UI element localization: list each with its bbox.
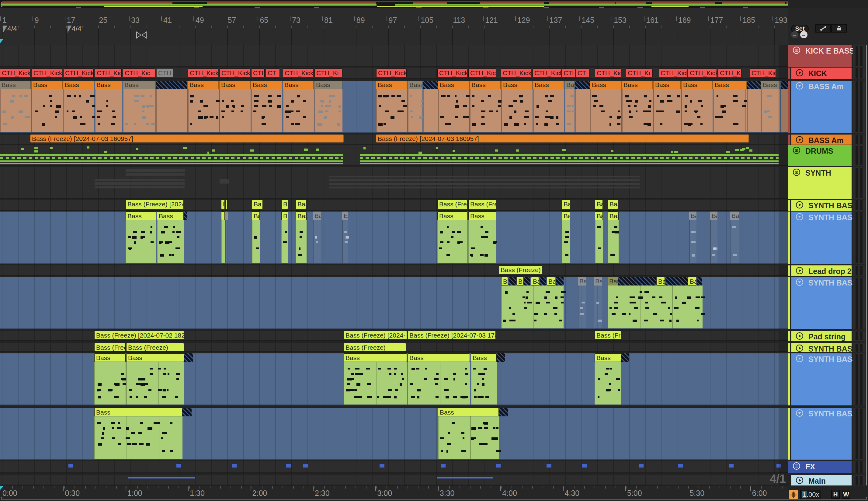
track-row-synth-bass-3-frozen[interactable]: BassBass — [0, 408, 788, 460]
group-icon[interactable] — [793, 46, 801, 54]
play-icon[interactable] — [795, 344, 803, 352]
clip-cth-kick[interactable]: CTH_Kick — [659, 68, 687, 77]
fx-clip[interactable] — [582, 464, 587, 468]
clip-bass-fre[interactable]: Bass (Fre — [595, 331, 621, 339]
clip-hatch[interactable] — [618, 277, 656, 286]
track-row-synth-bass-frozen[interactable]: BassBassBaBaBasBaEBassBassBaBaBasBaBaBas — [0, 212, 788, 264]
clip-hatch[interactable] — [423, 81, 438, 89]
clip-ba[interactable]: Ba — [531, 277, 539, 286]
clip-bass[interactable]: Bass — [0, 81, 31, 89]
clip-bass[interactable]: Bass — [63, 81, 94, 89]
fx-clip[interactable] — [639, 464, 644, 468]
clip-hatch[interactable] — [697, 277, 702, 286]
play-icon[interactable] — [795, 267, 803, 275]
clip-bass-freeze-2024[interactable]: Bass (Freeze) [2024 — [125, 200, 184, 209]
clip-bass[interactable]: Bass — [94, 353, 125, 362]
clip-bass[interactable]: Bass — [408, 81, 422, 89]
clip-bass[interactable]: Bass — [438, 408, 499, 416]
lock-button[interactable] — [831, 24, 847, 33]
horizontal-zoom-bar[interactable] — [1, 497, 867, 500]
clip-hatch[interactable] — [183, 408, 191, 416]
unfold-icon[interactable] — [795, 213, 803, 221]
clip-cth-kic[interactable]: CTH_Kic — [595, 68, 621, 77]
unfold-icon[interactable] — [795, 278, 803, 286]
clip-cth-kick[interactable]: CTH_Kick — [437, 68, 467, 77]
clip-bass[interactable]: Bass — [123, 81, 156, 89]
draw-mode-button[interactable] — [815, 24, 831, 33]
clip-lime[interactable] — [221, 212, 225, 220]
clip-ba[interactable]: Ba — [562, 212, 570, 220]
clip-ba[interactable]: Ba — [710, 212, 717, 220]
clip-hatch[interactable] — [556, 277, 563, 286]
clip-hatch[interactable] — [747, 81, 761, 89]
clip-ba[interactable]: Ba — [594, 277, 602, 286]
clip-cth-kic[interactable]: CTH_Kic — [123, 68, 155, 77]
clip-cth-kick[interactable]: CTH_Kick — [32, 68, 62, 77]
play-icon[interactable] — [795, 332, 803, 340]
fx-clip[interactable] — [678, 464, 683, 468]
clip-e[interactable]: E — [342, 212, 348, 220]
track-header-synth-bass[interactable]: SYNTH BASS — [791, 277, 851, 329]
track-header-main[interactable]: Main — [791, 475, 851, 486]
clip-bass-freeze[interactable]: Bass (Freeze) — [126, 343, 184, 351]
clip-bass-freeze-2024-07-03-160957[interactable]: Bass (Freeze) [2024-07-03 160957] — [30, 135, 344, 142]
track-header-synth-bass[interactable]: SYNTH BASS — [791, 212, 851, 264]
clip-bass[interactable]: Bass — [502, 81, 532, 89]
clip-b[interactable]: B — [221, 200, 225, 209]
clip-bas[interactable]: Bas — [296, 200, 306, 209]
clip-bass-fre[interactable]: Bass (Fre — [468, 200, 496, 209]
unfold-icon[interactable] — [795, 82, 803, 90]
fx-clip[interactable] — [286, 464, 291, 468]
clip-hatch[interactable] — [184, 212, 187, 220]
fx-clip[interactable] — [68, 464, 73, 468]
track-header-pad-string[interactable]: Pad string — [791, 331, 851, 341]
group-icon[interactable] — [793, 462, 801, 470]
clip-hatch[interactable] — [666, 277, 688, 286]
clip-bass[interactable]: Bass — [438, 81, 469, 89]
clip-ba[interactable]: Ba — [252, 200, 263, 209]
track-row-lead-drop-2-frozen[interactable]: BaBaBaBaBaBaBasBaBa — [0, 277, 788, 329]
clip-hatch[interactable] — [621, 353, 629, 362]
clip-bass[interactable]: Bass — [437, 212, 468, 220]
track-row-synth-bass-clips[interactable]: Bass (Freeze) [2024BBaBaBasBass (FreeBas… — [0, 200, 788, 211]
clip-ba[interactable]: Ba — [516, 277, 524, 286]
fx-clip[interactable] — [441, 464, 446, 468]
clip-bas[interactable]: Bas — [608, 212, 619, 220]
main-automation-segment[interactable] — [128, 477, 195, 479]
play-icon[interactable] — [795, 69, 803, 77]
clip-cth-kick[interactable]: CTH_Kick — [283, 68, 313, 77]
clip-bass[interactable]: Bass — [125, 212, 156, 220]
clip-bass[interactable]: Bass — [376, 81, 407, 89]
clip-bass[interactable]: Bass — [713, 81, 747, 89]
fx-clip[interactable] — [232, 464, 237, 468]
track-row-bass-am-freeze[interactable]: Bass (Freeze) [2024-07-03 160957]Bass (F… — [0, 135, 788, 145]
clip-bass[interactable]: Bass — [590, 81, 621, 89]
clip-cth-kick[interactable]: CTH_Kick — [376, 68, 407, 77]
clip-hatch[interactable] — [156, 81, 187, 89]
clip-ba[interactable]: Ba — [501, 277, 508, 286]
track-header-synth-bass[interactable]: SYNTH BASS — [791, 353, 851, 405]
clip-ba[interactable]: Ba — [656, 277, 665, 286]
clip-grey[interactable] — [226, 212, 228, 220]
clip-bass[interactable]: Bass — [315, 81, 342, 89]
clip-ba[interactable]: Ba — [595, 200, 603, 209]
arrangement-area[interactable]: CTH_KickCTH_KickCTH_KickCTH_KicCTH_KicCT… — [0, 0, 788, 501]
clip-cth-ki[interactable]: CTH_Ki — [315, 68, 342, 77]
track-header-lead-drop-2[interactable]: Lead drop 2 — [791, 265, 851, 276]
clip-bas[interactable]: Bas — [608, 277, 618, 286]
clip-bas[interactable]: Bas — [608, 200, 618, 209]
clip-bass[interactable]: Bass — [468, 212, 496, 220]
track-row-main[interactable] — [0, 475, 788, 486]
clip-cth-kick[interactable]: CTH_Kick — [0, 68, 30, 77]
fx-clip[interactable] — [380, 464, 384, 468]
track-header-synth-bass[interactable]: SYNTH BASS — [791, 343, 851, 352]
main-automation-segment[interactable] — [437, 477, 493, 479]
clip-bass[interactable]: Bass — [761, 81, 780, 89]
clip-bass[interactable]: Bass — [94, 408, 183, 416]
track-row-lead-drop-2[interactable]: Bass (Freeze) [2024- — [0, 265, 788, 276]
clip-ct[interactable]: CT — [576, 68, 590, 77]
track-row-kick-e-bass-group[interactable] — [0, 45, 788, 67]
track-header-bass-am[interactable]: BASS Am — [791, 81, 851, 133]
clip-cth[interactable]: CTH — [562, 68, 575, 77]
track-header-synth-bass[interactable]: SYNTH BASS — [791, 408, 851, 460]
